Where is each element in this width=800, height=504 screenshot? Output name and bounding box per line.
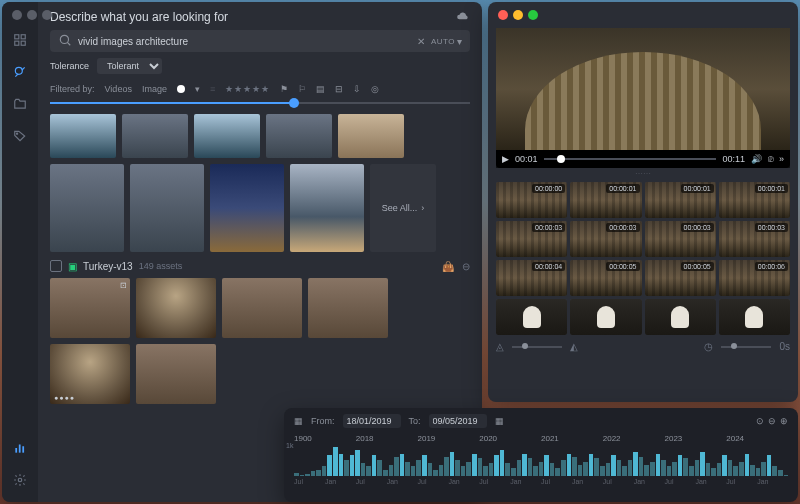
- frame-thumb[interactable]: 00:00:04: [496, 260, 567, 296]
- histogram-bar[interactable]: [589, 454, 594, 476]
- frame-thumb[interactable]: [719, 299, 790, 335]
- thumb[interactable]: [308, 278, 388, 338]
- histogram-bar[interactable]: [416, 460, 421, 476]
- list-icon[interactable]: ▤: [316, 84, 325, 94]
- frame-thumb[interactable]: 00:00:03: [570, 221, 641, 257]
- histogram-bar[interactable]: [444, 457, 449, 476]
- minimize-button[interactable]: [513, 10, 523, 20]
- video-frame[interactable]: [496, 28, 790, 150]
- thumb[interactable]: ●●●●: [50, 344, 130, 404]
- histogram-bar[interactable]: [405, 462, 410, 476]
- histogram-bar[interactable]: [366, 466, 371, 476]
- frame-thumb[interactable]: [570, 299, 641, 335]
- histogram-bar[interactable]: [533, 466, 538, 476]
- histogram-bar[interactable]: [411, 466, 416, 476]
- histogram-bar[interactable]: [311, 471, 316, 476]
- thumb[interactable]: [266, 114, 332, 158]
- checkbox[interactable]: [50, 260, 62, 272]
- zoom-button[interactable]: [528, 10, 538, 20]
- histogram-bar[interactable]: [622, 466, 627, 476]
- histogram-bar[interactable]: [689, 466, 694, 476]
- histogram-bar[interactable]: [350, 455, 355, 476]
- frame-thumb[interactable]: 00:00:03: [496, 221, 567, 257]
- histogram-bar[interactable]: [761, 462, 766, 476]
- histogram-bar[interactable]: [695, 460, 700, 476]
- histogram-bar[interactable]: [784, 475, 789, 476]
- thumbnails-small-icon[interactable]: ◬: [496, 341, 504, 352]
- bag-icon[interactable]: 👜: [442, 261, 454, 272]
- histogram-bar[interactable]: [611, 455, 616, 476]
- frame-thumb[interactable]: 00:00:01: [645, 182, 716, 218]
- histogram-bar[interactable]: [394, 457, 399, 476]
- histogram-bar[interactable]: [544, 455, 549, 476]
- frame-thumb[interactable]: 00:00:03: [719, 221, 790, 257]
- histogram-bar[interactable]: [722, 455, 727, 476]
- thumb-size-slider[interactable]: [512, 346, 562, 348]
- histogram-bar[interactable]: [522, 454, 527, 476]
- histogram-bar[interactable]: [539, 462, 544, 476]
- nav-stats-icon[interactable]: [10, 438, 30, 458]
- histogram-bar[interactable]: [672, 462, 677, 476]
- clear-icon[interactable]: ✕: [417, 36, 425, 47]
- histogram-bar[interactable]: [739, 462, 744, 476]
- histogram-bar[interactable]: [600, 466, 605, 476]
- histogram-bar[interactable]: [433, 470, 438, 476]
- see-all-button[interactable]: See All...›: [370, 164, 436, 252]
- histogram-bar[interactable]: [450, 452, 455, 476]
- location-icon[interactable]: ◎: [371, 84, 379, 94]
- thumb[interactable]: [194, 114, 260, 158]
- histogram-bar[interactable]: [428, 463, 433, 476]
- thumb[interactable]: [130, 164, 204, 252]
- calendar-icon[interactable]: ▦: [495, 416, 504, 426]
- timeline-chart[interactable]: 1k 19002018201920202021202220232024 JulJ…: [294, 432, 788, 488]
- frame-thumb[interactable]: 00:00:01: [719, 182, 790, 218]
- calendar-icon[interactable]: ▦: [294, 416, 303, 426]
- histogram-bar[interactable]: [377, 460, 382, 476]
- filter-chip-image[interactable]: Image: [142, 84, 167, 94]
- histogram-bar[interactable]: [667, 466, 672, 476]
- thumb[interactable]: [222, 278, 302, 338]
- histogram-bar[interactable]: [322, 466, 327, 476]
- histogram-bar[interactable]: [661, 460, 666, 476]
- thumb[interactable]: [50, 114, 116, 158]
- thumb[interactable]: [136, 344, 216, 404]
- histogram-bar[interactable]: [678, 455, 683, 476]
- histogram-bar[interactable]: [494, 455, 499, 476]
- auto-label[interactable]: AUTO: [431, 37, 455, 46]
- histogram-bar[interactable]: [572, 457, 577, 476]
- histogram-bar[interactable]: [733, 466, 738, 476]
- histogram-bar[interactable]: [700, 452, 705, 476]
- rating-filter[interactable]: ★★★★★: [225, 84, 270, 94]
- histogram-bar[interactable]: [517, 460, 522, 476]
- thumb[interactable]: [210, 164, 284, 252]
- histogram-bar[interactable]: [767, 455, 772, 476]
- chevron-down-icon[interactable]: ▾: [195, 84, 200, 94]
- expand-icon[interactable]: »: [779, 154, 784, 164]
- histogram-bar[interactable]: [633, 452, 638, 476]
- histogram-bar[interactable]: [439, 465, 444, 476]
- histogram-bar[interactable]: [355, 450, 360, 476]
- histogram-bar[interactable]: [505, 463, 510, 476]
- nav-search-icon[interactable]: [10, 62, 30, 82]
- remove-icon[interactable]: ⊖: [462, 261, 470, 272]
- clock-icon[interactable]: ◷: [704, 341, 713, 352]
- histogram-bar[interactable]: [683, 458, 688, 476]
- histogram-bar[interactable]: [606, 463, 611, 476]
- histogram-bar[interactable]: [511, 468, 516, 476]
- results-slider[interactable]: [50, 102, 470, 104]
- tolerance-select[interactable]: Tolerant: [97, 58, 162, 74]
- thumb[interactable]: [338, 114, 404, 158]
- histogram-bar[interactable]: [756, 468, 761, 476]
- zoom-in-icon[interactable]: ⊕: [780, 416, 788, 426]
- histogram-bar[interactable]: [745, 454, 750, 476]
- to-input[interactable]: [429, 414, 487, 428]
- frame-thumb[interactable]: [645, 299, 716, 335]
- histogram-bar[interactable]: [717, 463, 722, 476]
- thumb[interactable]: ⊡: [50, 278, 130, 338]
- histogram-bar[interactable]: [305, 474, 310, 476]
- histogram-bar[interactable]: [461, 466, 466, 476]
- histogram-bar[interactable]: [422, 455, 427, 476]
- thumbnails-large-icon[interactable]: ◭: [570, 341, 578, 352]
- histogram-bar[interactable]: [327, 455, 332, 476]
- histogram-bar[interactable]: [466, 462, 471, 476]
